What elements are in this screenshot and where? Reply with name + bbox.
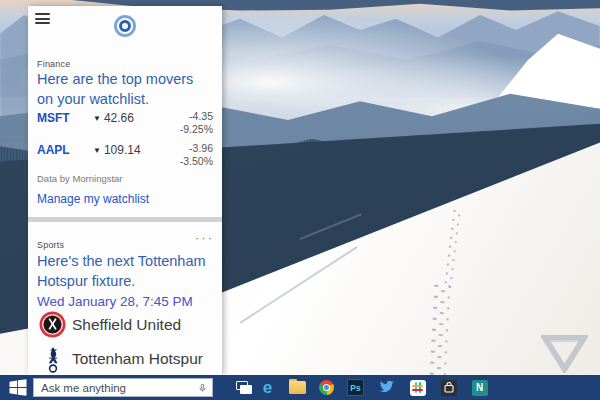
- sports-label: Sports: [37, 240, 64, 250]
- store-button[interactable]: [436, 375, 461, 400]
- twitter-button[interactable]: [374, 375, 399, 400]
- down-arrow-icon: ▼: [93, 146, 101, 155]
- start-button[interactable]: [5, 375, 31, 400]
- team-row-tottenham[interactable]: Tottenham Hotspur: [37, 345, 216, 375]
- internet-explorer-icon: e: [263, 379, 272, 396]
- stock-change: -3.96 -3.50%: [180, 142, 213, 168]
- taskbar: e Ps: [0, 375, 600, 400]
- stock-change: -4.35 -9.25%: [180, 110, 213, 136]
- down-arrow-icon: ▼: [93, 114, 101, 123]
- stock-change-abs: -3.96: [180, 142, 213, 155]
- task-view-button[interactable]: [231, 375, 256, 400]
- sports-section-label: Sports: [37, 234, 64, 252]
- windows-logo-icon: [9, 379, 27, 396]
- card-divider: [28, 217, 222, 222]
- finance-section-label: Finance: [37, 53, 70, 71]
- finance-headline: Here are the top movers on your watchlis…: [37, 70, 213, 109]
- stock-row-aapl[interactable]: AAPL ▼109.14 -3.96 -3.50%: [37, 142, 213, 169]
- stock-change-pct: -3.50%: [180, 155, 213, 168]
- stock-row-msft[interactable]: MSFT ▼42.66 -4.35 -9.25%: [37, 110, 213, 137]
- finance-label: Finance: [37, 59, 70, 69]
- team-name: Tottenham Hotspur: [72, 350, 203, 368]
- cortana-panel: Finance Here are the top movers on your …: [28, 6, 222, 375]
- tottenham-hotspur-crest-icon: [43, 346, 63, 373]
- verge-watermark-icon: [541, 333, 588, 373]
- data-attribution: Data by Morningstar: [37, 173, 123, 184]
- stock-price-value: 109.14: [104, 143, 141, 157]
- n-app-icon: N: [472, 380, 488, 396]
- desktop-screen: Finance Here are the top movers on your …: [0, 0, 600, 400]
- cortana-logo-icon: [114, 15, 136, 37]
- photoshop-icon: Ps: [347, 379, 364, 396]
- folder-icon: [289, 381, 306, 394]
- fixture-datetime: Wed January 28, 7:45 PM: [37, 294, 193, 309]
- stock-change-pct: -9.25%: [180, 123, 213, 136]
- team-name: Sheffield United: [72, 316, 181, 334]
- stock-change-abs: -4.35: [180, 110, 213, 123]
- slack-hash-icon: [410, 380, 426, 396]
- shopping-bag-icon: [441, 380, 457, 396]
- slack-button[interactable]: [405, 375, 430, 400]
- hamburger-menu-icon[interactable]: [35, 13, 50, 24]
- stock-price: ▼42.66: [93, 111, 134, 125]
- chrome-icon: [319, 380, 334, 395]
- stock-symbol[interactable]: AAPL: [37, 143, 70, 157]
- chrome-button[interactable]: [314, 375, 339, 400]
- stock-price: ▼109.14: [93, 143, 141, 157]
- internet-explorer-button[interactable]: e: [255, 375, 280, 400]
- search-input[interactable]: [34, 382, 199, 394]
- card-menu-icon[interactable]: ···: [195, 234, 214, 242]
- photoshop-button[interactable]: Ps: [343, 375, 368, 400]
- twitter-bird-icon: [378, 380, 395, 395]
- manage-watchlist-link[interactable]: Manage my watchlist: [37, 192, 149, 206]
- n-reader-button[interactable]: N: [467, 375, 492, 400]
- stock-price-value: 42.66: [104, 111, 134, 125]
- task-view-icon: [236, 381, 252, 394]
- stock-symbol[interactable]: MSFT: [37, 111, 70, 125]
- cortana-search-box[interactable]: [33, 378, 213, 397]
- file-explorer-button[interactable]: [285, 375, 310, 400]
- sports-headline: Here's the next Tottenham Hotspur fixtur…: [37, 252, 208, 291]
- team-row-sheffield[interactable]: Sheffield United: [37, 311, 216, 341]
- sheffield-united-crest-icon: [39, 311, 66, 338]
- microphone-icon[interactable]: [199, 381, 206, 395]
